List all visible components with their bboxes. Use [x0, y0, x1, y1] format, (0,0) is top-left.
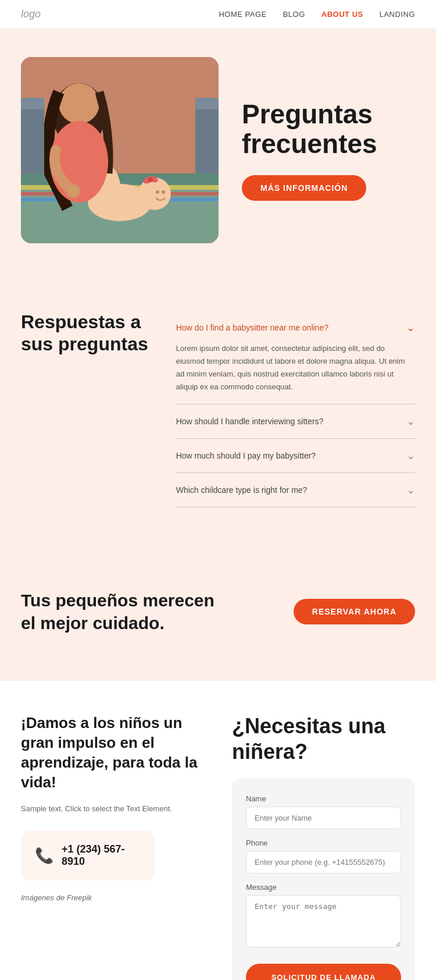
- form-submit-button[interactable]: SOLICITUD DE LLAMADA: [246, 964, 401, 980]
- faq-answer-1: Lorem ipsum dolor sit amet, consectetur …: [176, 342, 415, 393]
- faq-chevron-4: ⌄: [406, 484, 415, 496]
- nav-landing[interactable]: LANDING: [380, 10, 415, 19]
- cta-heading: Tus pequeños merecen el mejor cuidado.: [21, 589, 219, 634]
- form-group-name: Name: [246, 794, 401, 829]
- contact-left: ¡Damos a los niños un gran impulso en el…: [21, 713, 204, 980]
- phone-box[interactable]: 📞 +1 (234) 567-8910: [21, 830, 155, 880]
- contact-left-heading: ¡Damos a los niños un gran impulso en el…: [21, 713, 204, 792]
- contact-right: ¿Necesitas una niñera? Name Phone Messag…: [232, 713, 415, 980]
- nav-about[interactable]: ABOUT US: [321, 10, 363, 19]
- nav-blog[interactable]: BLOG: [283, 10, 305, 19]
- form-phone-input[interactable]: [246, 851, 401, 874]
- logo: logo: [21, 8, 41, 20]
- hero-text: Preguntas frecuentes MÁS INFORMACIÓN: [242, 100, 415, 200]
- contact-left-text: Sample text. Click to select the Text El…: [21, 803, 204, 815]
- form-message-textarea[interactable]: [246, 895, 401, 947]
- cta-banner: Tus pequeños merecen el mejor cuidado. R…: [0, 554, 436, 681]
- faq-item-4-header[interactable]: Which childcare type is right for me? ⌄: [176, 484, 415, 496]
- hero-section: Preguntas frecuentes MÁS INFORMACIÓN: [0, 29, 436, 276]
- faq-heading-area: Respuestas a sus preguntas: [21, 311, 148, 507]
- faq-question-2: How should I handle interviewing sitters…: [176, 417, 324, 426]
- svg-point-10: [148, 177, 153, 182]
- svg-rect-21: [69, 187, 77, 192]
- faq-question-1: How do I find a babysitter near me onlin…: [176, 323, 328, 332]
- hero-cta-button[interactable]: MÁS INFORMACIÓN: [242, 175, 366, 201]
- form-name-label: Name: [246, 794, 401, 803]
- hero-image: [21, 57, 219, 243]
- hero-heading: Preguntas frecuentes: [242, 100, 415, 158]
- cta-button[interactable]: RESERVAR AHORA: [294, 599, 415, 624]
- faq-item-4: Which childcare type is right for me? ⌄: [176, 473, 415, 507]
- phone-number: +1 (234) 567-8910: [62, 843, 141, 868]
- faq-question-4: Which childcare type is right for me?: [176, 485, 308, 495]
- freepik-credit: Imágenes de Freepik: [21, 892, 204, 904]
- svg-rect-23: [21, 98, 44, 109]
- form-group-message: Message: [246, 883, 401, 950]
- svg-point-11: [156, 190, 159, 194]
- faq-chevron-3: ⌄: [406, 449, 415, 462]
- contact-right-heading: ¿Necesitas una niñera?: [232, 713, 415, 764]
- faq-item-3: How much should I pay my babysitter? ⌄: [176, 439, 415, 473]
- nav-home[interactable]: HOME PAGE: [219, 10, 266, 19]
- form-phone-label: Phone: [246, 839, 401, 847]
- faq-chevron-1: ⌄: [406, 321, 415, 334]
- nav-links: HOME PAGE BLOG ABOUT US LANDING: [219, 10, 415, 19]
- svg-point-12: [162, 190, 165, 194]
- faq-item-1-header[interactable]: How do I find a babysitter near me onlin…: [176, 321, 415, 334]
- faq-item-2: How should I handle interviewing sitters…: [176, 404, 415, 439]
- phone-icon: 📞: [35, 847, 53, 865]
- faq-section: Respuestas a sus preguntas How do I find…: [0, 276, 436, 554]
- faq-item-2-header[interactable]: How should I handle interviewing sitters…: [176, 415, 415, 428]
- svg-rect-22: [21, 104, 44, 173]
- faq-item-3-header[interactable]: How much should I pay my babysitter? ⌄: [176, 449, 415, 462]
- svg-rect-25: [195, 98, 219, 109]
- contact-section: ¡Damos a los niños un gran impulso en el…: [0, 681, 436, 980]
- faq-item-1: How do I find a babysitter near me onlin…: [176, 311, 415, 404]
- navbar: logo HOME PAGE BLOG ABOUT US LANDING: [0, 0, 436, 29]
- form-message-label: Message: [246, 883, 401, 892]
- faq-heading: Respuestas a sus preguntas: [21, 311, 148, 356]
- faq-list: How do I find a babysitter near me onlin…: [176, 311, 415, 507]
- contact-form: Name Phone Message SOLICITUD DE LLAMADA: [232, 778, 415, 980]
- form-group-phone: Phone: [246, 839, 401, 874]
- form-name-input[interactable]: [246, 807, 401, 829]
- faq-chevron-2: ⌄: [406, 415, 415, 428]
- svg-rect-24: [195, 104, 219, 173]
- svg-point-18: [59, 83, 99, 124]
- faq-question-3: How much should I pay my babysitter?: [176, 451, 316, 460]
